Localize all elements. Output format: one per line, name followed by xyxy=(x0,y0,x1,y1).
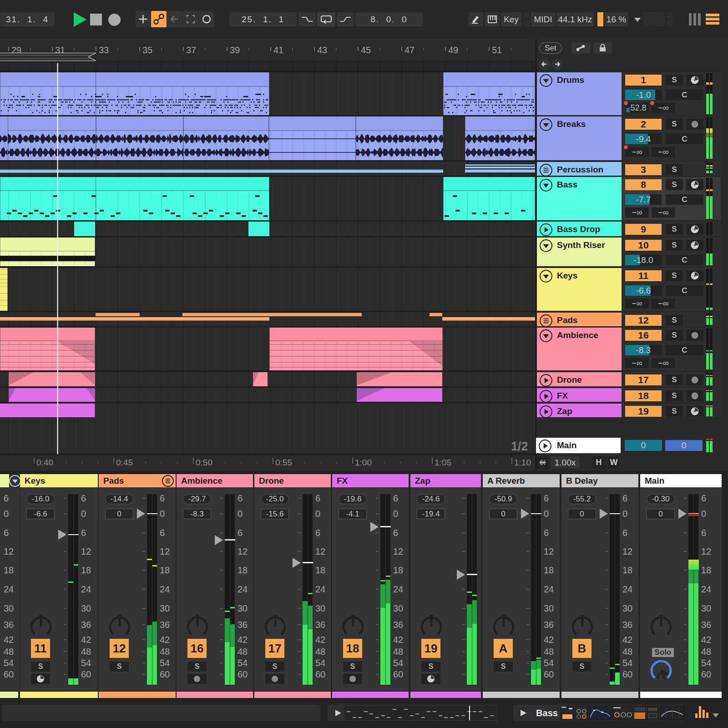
svg-text:51: 51 xyxy=(492,45,502,55)
svg-text:0:55: 0:55 xyxy=(275,458,292,467)
svg-text:0:50: 0:50 xyxy=(196,458,212,467)
svg-text:33: 33 xyxy=(99,45,109,55)
svg-text:39: 39 xyxy=(230,45,240,55)
svg-text:0:40: 0:40 xyxy=(36,458,53,467)
svg-text:1:00: 1:00 xyxy=(355,458,372,467)
svg-text:47: 47 xyxy=(404,45,415,55)
svg-text:0:45: 0:45 xyxy=(116,458,133,467)
svg-text:37: 37 xyxy=(186,45,196,55)
svg-text:45: 45 xyxy=(361,45,371,55)
svg-text:1:10: 1:10 xyxy=(514,458,531,467)
svg-text:49: 49 xyxy=(448,45,458,55)
svg-text:43: 43 xyxy=(317,45,327,55)
svg-text:1:05: 1:05 xyxy=(435,458,451,467)
svg-text:35: 35 xyxy=(142,45,152,55)
svg-text:41: 41 xyxy=(273,45,283,55)
